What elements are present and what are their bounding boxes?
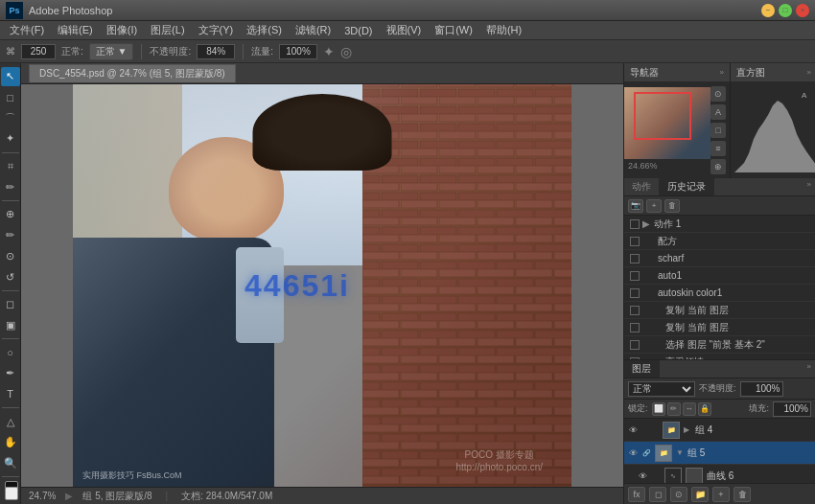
watermark-bottom-left: 实用摄影技巧 FsBus.CoM xyxy=(82,470,182,482)
brush-size-input[interactable] xyxy=(21,44,56,59)
menu-text[interactable]: 文字(Y) xyxy=(193,21,240,39)
tool-hand[interactable]: ✋ xyxy=(1,433,20,452)
ps-logo: Ps xyxy=(6,2,23,19)
layer-visibility-icon[interactable]: 👁 xyxy=(626,447,640,460)
tool-eyedropper[interactable]: ✏ xyxy=(1,177,20,196)
menu-file[interactable]: 文件(F) xyxy=(4,21,50,39)
minimize-button[interactable]: − xyxy=(761,4,775,17)
histogram-header[interactable]: 直方图 » xyxy=(731,63,815,82)
history-item[interactable]: auto1 xyxy=(624,267,815,285)
tool-history-brush[interactable]: ↺ xyxy=(1,267,20,286)
tool-shape[interactable]: △ xyxy=(1,412,20,431)
menu-filter[interactable]: 滤镜(R) xyxy=(290,21,337,39)
nav-icon-4[interactable]: ≡ xyxy=(710,141,726,156)
tool-zoom[interactable]: 🔍 xyxy=(1,454,20,473)
canvas-tab-label[interactable]: DSC_4554.psd @ 24.7% (组 5, 图层蒙版/8) xyxy=(29,64,236,82)
menu-image[interactable]: 图像(I) xyxy=(101,21,143,39)
tool-select-rect[interactable]: □ xyxy=(1,88,20,107)
svg-marker-5 xyxy=(734,101,815,172)
nav-icon-5[interactable]: ⊕ xyxy=(710,159,726,174)
tool-move[interactable]: ↖ xyxy=(1,67,20,86)
status-doc-info: 组 5, 图层蒙版/8 xyxy=(82,490,151,503)
tool-crop[interactable]: ⌗ xyxy=(1,157,20,176)
tool-magic-wand[interactable]: ✦ xyxy=(1,129,20,149)
tab-actions[interactable]: 动作 xyxy=(624,178,660,195)
menu-3d[interactable]: 3D(D) xyxy=(338,23,378,38)
layer-group-4[interactable]: 👁 📁 ▶ 组 4 xyxy=(624,419,815,442)
canvas-content[interactable]: 44651i 实用摄影技巧 FsBus.CoM POCO 摄影专题 http:/… xyxy=(21,84,623,487)
tool-pen[interactable]: ✒ xyxy=(1,364,20,383)
nav-icon-1[interactable]: ⊙ xyxy=(710,86,726,102)
watermark-url-text: http://photo.poco.cn/ xyxy=(455,462,543,472)
history-item[interactable]: 复制 当前 图层 xyxy=(624,319,815,336)
history-check xyxy=(630,219,640,229)
tool-dodge[interactable]: ○ xyxy=(1,343,20,362)
menu-edit[interactable]: 编辑(E) xyxy=(52,21,99,39)
history-new-doc[interactable]: + xyxy=(646,199,662,213)
layer-thumbnail: ∿ xyxy=(664,468,682,484)
opacity-label: 不透明度: xyxy=(699,382,736,395)
tool-heal[interactable]: ⊕ xyxy=(1,205,20,224)
tool-brush[interactable]: ✏ xyxy=(1,226,20,245)
add-style-button[interactable]: fx xyxy=(628,487,645,502)
tool-text[interactable]: T xyxy=(1,385,20,404)
photo-canvas: 44651i 实用摄影技巧 FsBus.CoM POCO 摄影专题 http:/… xyxy=(73,84,571,487)
history-item[interactable]: ▶ 动作 1 xyxy=(624,216,815,233)
nav-icon-3[interactable]: □ xyxy=(710,123,726,138)
navigator-content: 24.66% ⊙ A □ ≡ ⊕ xyxy=(624,82,730,178)
close-button[interactable]: × xyxy=(796,4,809,17)
history-item[interactable]: autoskin color1 xyxy=(624,285,815,302)
history-item-text: autoskin color1 xyxy=(658,287,722,298)
nav-icon-2[interactable]: A xyxy=(710,104,726,120)
lock-position[interactable]: ↔ xyxy=(683,402,696,416)
watermark-brand-text: POCO 摄影专题 xyxy=(455,448,543,462)
delete-layer-button[interactable]: 🗑 xyxy=(734,487,751,502)
navigator-zoom: 24.66% xyxy=(628,161,658,171)
history-new-snapshot[interactable]: 📷 xyxy=(628,199,643,213)
history-list: ▶ 动作 1 配方 scharf auto1 xyxy=(624,216,815,360)
new-layer-button[interactable]: + xyxy=(712,487,730,502)
maximize-button[interactable]: □ xyxy=(779,4,792,17)
mode-dropdown[interactable]: 正常 ▼ xyxy=(89,43,134,60)
new-adjustment-button[interactable]: ⊙ xyxy=(670,487,687,502)
layer-visibility-icon[interactable]: 👁 xyxy=(626,424,640,437)
layers-fill-input[interactable] xyxy=(773,401,811,417)
add-mask-button[interactable]: ◻ xyxy=(649,487,666,502)
layer-name: 组 5 xyxy=(687,447,811,460)
layer-visibility-icon[interactable]: 👁 xyxy=(636,470,649,483)
history-item[interactable]: scharf xyxy=(624,250,815,267)
navigator-icons: ⊙ A □ ≡ ⊕ xyxy=(710,86,726,174)
lock-image[interactable]: ✏ xyxy=(667,402,681,416)
layer-curve-6[interactable]: 👁 ∿ 曲线 6 xyxy=(632,465,815,483)
tool-stamp[interactable]: ⊙ xyxy=(1,246,20,265)
menu-window[interactable]: 窗口(W) xyxy=(429,21,478,39)
tool-gradient[interactable]: ▣ xyxy=(1,316,20,335)
layers-opacity-input[interactable] xyxy=(740,381,783,397)
opacity-input[interactable] xyxy=(197,44,235,59)
airbrush-icon: ✦ xyxy=(323,44,335,59)
new-group-button[interactable]: 📁 xyxy=(691,487,709,502)
layer-thumbnail: 📁 xyxy=(655,445,672,462)
history-delete[interactable]: 🗑 xyxy=(664,199,680,213)
menu-layer[interactable]: 图层(L) xyxy=(145,21,190,39)
tab-layers[interactable]: 图层 xyxy=(624,360,660,378)
history-item[interactable]: 选择 图层 "前景 基本 2" xyxy=(624,336,815,354)
tool-eraser[interactable]: ◻ xyxy=(1,295,20,314)
tool-lasso[interactable]: ⌒ xyxy=(1,108,20,127)
menu-view[interactable]: 视图(V) xyxy=(381,21,428,39)
menu-help[interactable]: 帮助(H) xyxy=(480,21,527,39)
lock-transparent[interactable]: ⬜ xyxy=(652,402,665,416)
flow-input[interactable] xyxy=(279,44,317,59)
history-item[interactable]: 高采烦情 xyxy=(624,354,815,360)
layer-group-5[interactable]: 👁 🔗 📁 ▼ 组 5 xyxy=(624,442,815,465)
navigator-header[interactable]: 导航器 » xyxy=(624,63,730,82)
lock-all[interactable]: 🔒 xyxy=(698,402,711,416)
menu-select[interactable]: 选择(S) xyxy=(241,21,288,39)
lock-icons: ⬜ ✏ ↔ 🔒 xyxy=(652,402,711,416)
tab-history[interactable]: 历史记录 xyxy=(660,178,714,195)
background-color[interactable] xyxy=(5,487,18,500)
history-item[interactable]: 复制 当前 图层 xyxy=(624,302,815,319)
layers-lock-toolbar: 锁定: ⬜ ✏ ↔ 🔒 填充: xyxy=(624,400,815,419)
history-item[interactable]: 配方 xyxy=(624,233,815,250)
layers-blend-mode[interactable]: 正常 溶解 正片叠底 xyxy=(628,381,695,397)
